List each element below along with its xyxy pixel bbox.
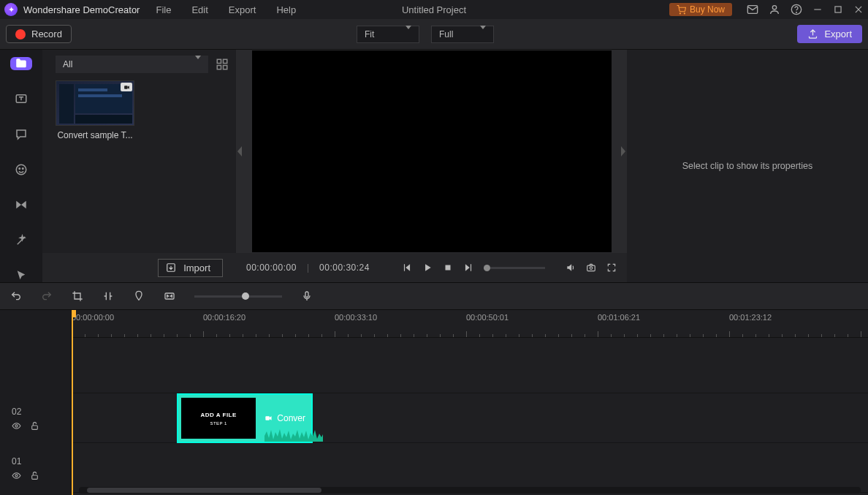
svg-rect-23 [124, 86, 128, 89]
menu-edit[interactable]: Edit [191, 4, 208, 15]
ruler-timestamp: 00:00:50:01 [466, 313, 509, 322]
unlock-icon[interactable] [30, 421, 39, 431]
main-panel: All Convert sample T... [0, 50, 868, 282]
svg-point-30 [15, 424, 18, 426]
title-bar: ✦ Wondershare DemoCreator File Edit Expo… [0, 0, 868, 19]
tab-caption[interactable] [10, 128, 32, 141]
aspect-icon[interactable] [164, 290, 175, 302]
tab-text[interactable] [10, 92, 32, 105]
track-02-lane[interactable]: ADD A FILE STEP 1 Conver [72, 393, 868, 443]
app-logo-icon: ✦ [4, 3, 18, 16]
menu-help[interactable]: Help [276, 4, 296, 15]
record-dot-icon [15, 29, 26, 39]
tab-effects[interactable] [10, 233, 32, 246]
prev-frame-icon[interactable] [402, 262, 412, 273]
ruler-timestamp: 00:00:33:10 [335, 313, 377, 322]
timeline-tracks[interactable]: 00:00:00:0000:00:16:2000:00:33:1000:00:5… [72, 310, 868, 495]
menu-export[interactable]: Export [229, 4, 256, 15]
menu-file[interactable]: File [156, 4, 171, 15]
crop-icon[interactable] [72, 290, 83, 302]
maximize-icon[interactable] [833, 4, 843, 15]
unlock-icon[interactable] [30, 471, 39, 480]
svg-point-12 [19, 168, 20, 170]
clip-thumb: ADD A FILE STEP 1 [181, 398, 256, 439]
eye-icon[interactable] [12, 471, 21, 480]
svg-point-13 [23, 168, 24, 170]
media-clip-name: Convert sample T... [56, 130, 134, 140]
marker-icon[interactable] [133, 290, 145, 302]
svg-point-11 [16, 165, 26, 175]
media-pane: All Convert sample T... [42, 50, 236, 282]
track-header-01[interactable]: 01 [0, 443, 71, 493]
svg-rect-18 [59, 84, 74, 124]
volume-icon[interactable] [566, 262, 576, 273]
ruler-timestamp: 00:01:06:21 [598, 313, 640, 322]
text-icon [15, 92, 28, 105]
tab-transition[interactable] [10, 198, 32, 211]
export-button[interactable]: Export [797, 25, 862, 43]
help-icon[interactable] [791, 4, 802, 15]
svg-rect-7 [835, 7, 841, 12]
chevron-down-icon [406, 29, 411, 39]
split-icon[interactable] [102, 290, 114, 302]
tab-media[interactable] [10, 57, 32, 70]
transport-bar: 00:00:00:00 | 00:00:30:24 [236, 253, 627, 282]
microphone-icon[interactable] [301, 290, 313, 302]
track-01-lane[interactable] [72, 443, 868, 493]
eye-icon[interactable] [12, 421, 21, 431]
svg-point-27 [590, 267, 593, 270]
svg-rect-15 [224, 59, 227, 63]
timeline-zoom-slider[interactable] [194, 295, 282, 298]
svg-rect-28 [165, 293, 174, 299]
svg-point-5 [796, 12, 797, 13]
record-button[interactable]: Record [6, 25, 72, 43]
import-icon [166, 262, 176, 273]
ruler-timestamp: 00:00:16:20 [203, 313, 245, 322]
svg-rect-16 [217, 66, 221, 69]
cursor-icon [15, 269, 28, 282]
minimize-icon[interactable] [812, 4, 823, 15]
speech-icon [15, 128, 28, 141]
svg-rect-25 [445, 265, 450, 271]
panel-collapse-right-icon[interactable] [620, 145, 628, 158]
play-icon[interactable] [422, 262, 433, 273]
video-icon [264, 413, 273, 423]
snapshot-icon[interactable] [586, 262, 596, 273]
redo-icon[interactable] [41, 290, 53, 302]
close-icon[interactable] [853, 4, 864, 15]
fullscreen-icon[interactable] [606, 262, 617, 273]
audio-waveform-icon [264, 426, 323, 442]
main-toolbar: Record Fit Full Export [0, 19, 868, 50]
track-header-02[interactable]: 02 [0, 393, 71, 443]
stop-icon[interactable] [443, 262, 453, 273]
time-current: 00:00:00:00 [246, 262, 297, 273]
buy-now-button[interactable]: Buy Now [669, 3, 732, 16]
media-clip-thumbnail[interactable]: Convert sample T... [56, 80, 134, 140]
mail-icon[interactable] [747, 4, 758, 15]
tab-sticker[interactable] [10, 163, 32, 176]
full-dropdown[interactable]: Full [431, 26, 494, 43]
tab-cursor[interactable] [10, 269, 32, 282]
app-title: Wondershare DemoCreator [23, 4, 140, 15]
svg-rect-17 [224, 66, 227, 69]
timeline-ruler[interactable]: 00:00:00:0000:00:16:2000:00:33:1000:00:5… [72, 310, 868, 338]
timeline-playhead[interactable] [72, 310, 73, 495]
grid-view-icon[interactable] [216, 58, 229, 71]
chevron-down-icon [480, 29, 486, 39]
playback-slider[interactable] [484, 267, 545, 269]
import-button[interactable]: Import [158, 259, 223, 277]
preview-pane: 00:00:00:00 | 00:00:30:24 [236, 50, 627, 282]
svg-point-32 [15, 474, 18, 476]
svg-rect-29 [305, 292, 308, 297]
timeline-clip[interactable]: ADD A FILE STEP 1 Conver [177, 393, 313, 443]
media-filter-dropdown[interactable]: All [56, 56, 208, 73]
fit-dropdown[interactable]: Fit [357, 26, 419, 43]
timeline-horizontal-scrollbar[interactable] [79, 487, 861, 494]
preview-screen[interactable] [252, 50, 612, 252]
svg-rect-22 [78, 94, 122, 97]
chevron-down-icon [195, 59, 201, 69]
undo-icon[interactable] [10, 290, 22, 302]
next-frame-icon[interactable] [463, 262, 473, 273]
panel-collapse-left-icon[interactable] [235, 145, 243, 158]
account-icon[interactable] [769, 4, 780, 15]
